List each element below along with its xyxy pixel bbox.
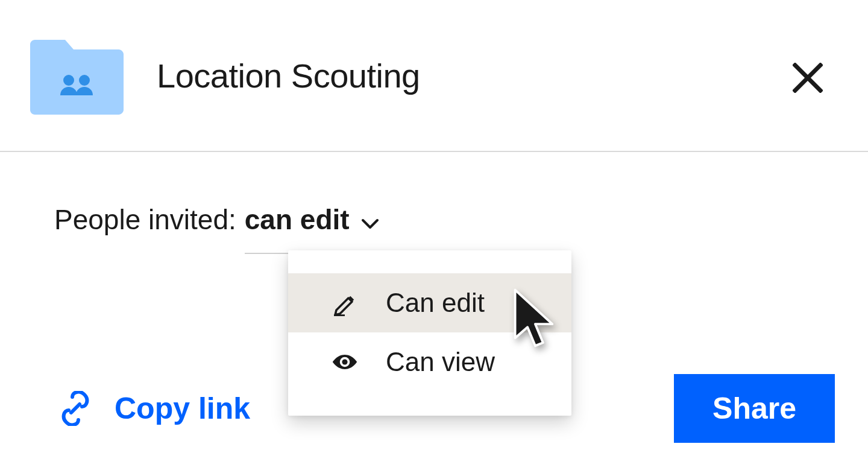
share-dialog: Location Scouting People invited: can ed… (0, 0, 868, 476)
eye-icon (329, 349, 360, 375)
link-icon (60, 391, 90, 426)
permission-option-label: Can edit (386, 288, 485, 318)
close-icon (793, 63, 823, 95)
copy-link-button[interactable]: Copy link (60, 391, 250, 426)
chevron-down-icon (362, 218, 379, 229)
permission-option-can-edit[interactable]: Can edit (288, 273, 571, 332)
copy-link-label: Copy link (115, 391, 250, 426)
close-button[interactable] (793, 63, 823, 94)
share-button-label: Share (712, 392, 796, 425)
svg-point-4 (342, 359, 347, 364)
invite-row: People invited: can edit (54, 203, 814, 254)
dialog-footer: Copy link Share (0, 374, 868, 443)
svg-line-5 (71, 404, 80, 413)
permission-selected-text: can edit (245, 203, 350, 236)
folder-title: Location Scouting (157, 56, 420, 95)
dialog-header: Location Scouting (0, 0, 868, 152)
shared-folder-icon (30, 36, 124, 115)
permission-dropdown-trigger[interactable]: can edit (245, 203, 383, 254)
share-button[interactable]: Share (674, 374, 835, 443)
svg-point-0 (63, 75, 74, 86)
svg-point-1 (79, 75, 90, 86)
permission-option-label: Can view (386, 347, 495, 377)
pencil-icon (329, 290, 360, 316)
dialog-body: People invited: can edit (0, 152, 868, 254)
invite-label: People invited: (54, 203, 236, 236)
